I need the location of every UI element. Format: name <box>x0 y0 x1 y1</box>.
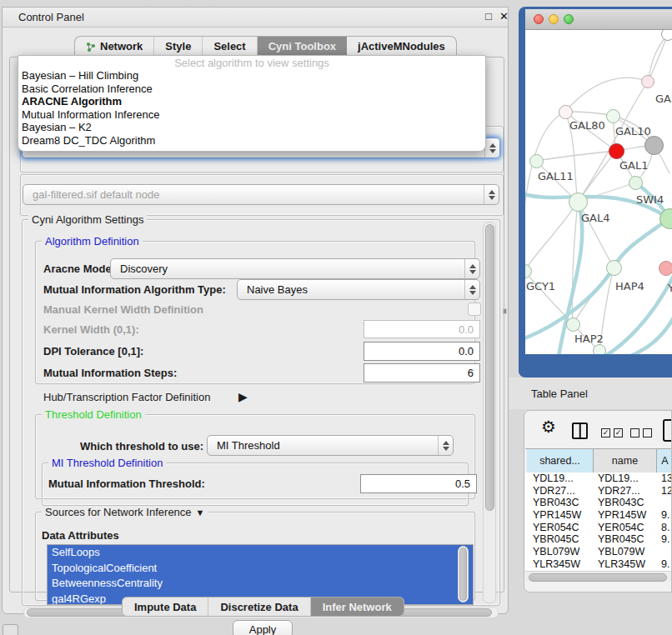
column-layout-icon[interactable] <box>572 422 588 439</box>
algorithm-option[interactable]: Dream8 DC_TDC Algorithm <box>22 134 482 148</box>
manual-kernel-checkbox[interactable] <box>468 302 481 316</box>
table-row[interactable]: YDR27...YDR27...12 <box>525 485 672 498</box>
table-hscrollbar-track[interactable] <box>525 571 672 582</box>
network-node-hap2[interactable] <box>566 318 580 332</box>
network-node-gcy1[interactable] <box>525 264 532 278</box>
network-node-hap4[interactable] <box>606 260 622 276</box>
network-window-titlebar[interactable] <box>525 9 672 30</box>
sources-group-title: Sources for Network Inference <box>45 506 192 518</box>
table-row[interactable]: YBR043CYBR043C <box>525 497 672 509</box>
algorithm-option[interactable]: Mutual Information Inference <box>22 108 482 122</box>
algorithm-option[interactable]: ARACNE Algorithm <box>22 95 482 108</box>
network-node-label: GAL1 <box>619 159 648 172</box>
expand-right-icon[interactable]: ▶ <box>238 390 248 403</box>
threshold-definition-title: Threshold Definition <box>42 408 145 421</box>
attribute-list-item[interactable]: BetweennessCentrality <box>48 576 473 592</box>
table-panel-title: Table Panel <box>531 388 588 400</box>
table-cell: YDL19... <box>533 472 574 485</box>
bottom-tab-discretize-data[interactable]: Discretize Data <box>208 598 310 616</box>
table-row[interactable]: YLR345WYLR345W9. <box>525 558 672 571</box>
minimized-panel-chip[interactable] <box>3 624 18 635</box>
close-icon[interactable]: ✕ <box>499 10 509 22</box>
algorithm-option[interactable]: Bayesian – Hill Climbing <box>22 69 482 82</box>
bottom-tab-infer-network[interactable]: Infer Network <box>311 598 404 616</box>
network-view-window[interactable]: GALGAL80GAL10GAL1GAL11SWI4GAL4GCY1HAP4YH… <box>519 7 672 378</box>
control-panel-title: Control Panel <box>18 11 84 23</box>
column-header-a[interactable]: A <box>657 449 672 472</box>
network-node-y[interactable] <box>659 261 672 276</box>
network-node[interactable] <box>593 344 606 355</box>
network-node[interactable] <box>644 136 664 155</box>
table-row[interactable]: YPR145WYPR145W9. <box>525 509 672 522</box>
network-node-gal4[interactable] <box>569 192 588 212</box>
tab-label: Cyni Toolbox <box>268 40 336 52</box>
table-cell: YLR345W <box>598 558 645 571</box>
table-row[interactable]: YDL19...YDL19...13 <box>525 472 672 485</box>
settings-scrollbar-track[interactable] <box>483 222 496 603</box>
tab-cyni-toolbox[interactable]: Cyni Toolbox <box>258 37 347 56</box>
network-node-label: Y <box>668 282 672 294</box>
network-select-combo[interactable]: gal-filtered.sif default node <box>23 184 499 205</box>
network-node-gal11[interactable] <box>529 154 544 168</box>
tab-network[interactable]: Network <box>75 37 154 56</box>
algorithm-option[interactable]: Bayesian – K2 <box>22 121 482 134</box>
combo-spinner-icon <box>464 259 479 278</box>
table-hscrollbar-thumb[interactable] <box>529 573 667 582</box>
data-attributes-label: Data Attributes <box>42 529 119 542</box>
checked-box-icon[interactable]: ✓ <box>614 428 623 438</box>
attributes-scrollbar-thumb[interactable] <box>459 548 467 601</box>
tab-jactivemnodules[interactable]: jActiveMNodules <box>347 37 456 56</box>
mi-type-combo[interactable]: Naive Bayes <box>237 279 480 300</box>
table-row[interactable]: YBR045CYBR045C9. <box>525 533 672 546</box>
network-node[interactable] <box>629 176 643 190</box>
mac-minimize-icon[interactable] <box>549 14 559 24</box>
table-cell: 8. <box>661 522 669 534</box>
table-cell: YDL19... <box>598 472 639 485</box>
apply-button[interactable]: Apply <box>233 620 293 635</box>
mac-close-icon[interactable] <box>534 14 544 24</box>
unchecked-box-icon[interactable] <box>643 428 652 438</box>
tab-select[interactable]: Select <box>203 37 257 56</box>
mi-steps-field[interactable]: 6 <box>364 363 480 382</box>
table-cell: 9. <box>661 533 669 546</box>
network-node-gal10[interactable] <box>606 109 620 123</box>
tab-label: jActiveMNodules <box>358 40 445 52</box>
aracne-mode-combo[interactable]: Discovery <box>110 258 480 279</box>
tab-style[interactable]: Style <box>154 37 203 56</box>
table-row[interactable]: YER054CYER054C8. <box>525 522 672 534</box>
gear-icon[interactable]: ⚙ <box>541 417 556 437</box>
algorithm-option[interactable]: Basic Correlation Inference <box>22 82 482 96</box>
mi-type-label: Mutual Information Algorithm Type: <box>43 283 226 296</box>
network-node-gal[interactable] <box>641 75 654 88</box>
new-table-icon[interactable] <box>663 419 672 442</box>
table-body[interactable]: YDL19...YDL19...13YDR27...YDR27...12YBR0… <box>525 472 672 571</box>
network-node[interactable] <box>661 30 672 41</box>
network-node-label: HAP4 <box>615 280 644 292</box>
attributes-scrollbar-track[interactable] <box>458 546 469 602</box>
unchecked-box-icon[interactable] <box>630 428 639 438</box>
column-header-shared[interactable]: shared... <box>527 449 594 472</box>
network-node-gal80[interactable] <box>559 105 573 119</box>
attribute-list-item[interactable]: SelfLoops <box>48 545 473 561</box>
dpi-tolerance-field[interactable]: 0.0 <box>364 342 480 361</box>
network-node-label: GCY1 <box>526 280 555 292</box>
mac-zoom-icon[interactable] <box>564 14 574 24</box>
checked-box-icon[interactable]: ✓ <box>601 428 610 438</box>
table-cell: YDR27... <box>533 485 575 498</box>
bottom-tab-impute-data[interactable]: Impute Data <box>123 598 208 616</box>
network-node-swi4[interactable] <box>659 208 672 229</box>
attribute-list-item[interactable]: TopologicalCoefficient <box>48 561 473 577</box>
mi-threshold-field[interactable]: 0.5 <box>360 474 477 493</box>
which-threshold-combo[interactable]: MI Threshold <box>207 435 454 456</box>
column-header-name[interactable]: name <box>594 449 657 472</box>
network-canvas[interactable]: GALGAL80GAL10GAL1GAL11SWI4GAL4GCY1HAP4YH… <box>525 30 672 355</box>
network-node-gal1[interactable] <box>609 143 624 159</box>
splitter-handle[interactable] <box>503 308 507 314</box>
settings-scrollbar-thumb[interactable] <box>485 224 494 511</box>
float-window-icon[interactable]: □ <box>485 10 492 22</box>
combo-spinner-icon <box>484 185 499 204</box>
kernel-width-field[interactable]: 0.0 <box>364 320 480 338</box>
apply-button-label: Apply <box>249 623 277 635</box>
table-row[interactable]: YBL079WYBL079W <box>525 546 672 558</box>
collapse-down-icon[interactable]: ▼ <box>196 508 205 518</box>
